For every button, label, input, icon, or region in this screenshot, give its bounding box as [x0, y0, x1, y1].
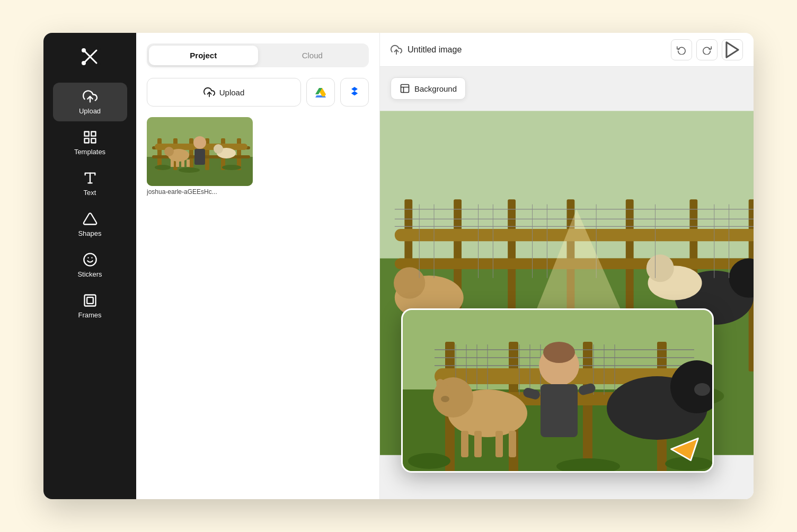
floating-card[interactable] [401, 308, 714, 473]
upload-icon [203, 86, 215, 98]
sidebar-item-templates-label: Templates [74, 148, 105, 156]
svg-rect-5 [91, 132, 95, 136]
canvas-header: Untitled image [380, 33, 754, 67]
app-logo [77, 43, 103, 70]
header-title-area: Untitled image [391, 44, 665, 56]
svg-rect-31 [176, 159, 179, 167]
google-drive-icon [314, 86, 327, 99]
svg-rect-69 [583, 342, 592, 473]
svg-rect-20 [189, 138, 193, 170]
svg-point-38 [179, 167, 200, 173]
svg-point-89 [408, 453, 450, 469]
undo-icon [677, 45, 686, 55]
redo-icon [702, 45, 712, 55]
sidebar: Upload Templates Text [43, 33, 136, 499]
media-item[interactable]: joshua-earle-aGEEsHc... [147, 117, 242, 196]
svg-point-2 [82, 61, 86, 65]
svg-rect-80 [509, 431, 516, 457]
svg-rect-32 [181, 159, 184, 167]
header-actions [671, 39, 743, 60]
tab-project[interactable]: Project [149, 46, 258, 65]
svg-rect-23 [237, 138, 241, 170]
header-upload-icon [391, 44, 402, 56]
svg-point-27 [193, 136, 206, 149]
svg-rect-30 [171, 159, 174, 167]
svg-rect-78 [474, 431, 482, 457]
svg-rect-6 [84, 138, 88, 143]
svg-rect-28 [194, 149, 205, 165]
undo-button[interactable] [671, 39, 692, 60]
svg-point-61 [394, 267, 425, 298]
svg-rect-13 [84, 295, 95, 306]
svg-point-36 [214, 144, 223, 154]
tab-cloud[interactable]: Cloud [258, 46, 367, 65]
upload-area: Upload [147, 78, 369, 107]
svg-point-37 [155, 165, 171, 170]
background-chip-label: Background [414, 84, 457, 93]
svg-rect-7 [91, 138, 95, 143]
sidebar-item-upload[interactable]: Upload [53, 83, 127, 121]
sidebar-item-templates[interactable]: Templates [53, 123, 127, 162]
sidebar-item-stickers[interactable]: Stickers [53, 246, 127, 285]
redo-button[interactable] [696, 39, 718, 60]
canvas-title: Untitled image [408, 45, 462, 55]
svg-rect-42 [401, 85, 409, 93]
upload-button[interactable]: Upload [147, 78, 301, 107]
main-area: Untitled image [380, 33, 754, 499]
svg-rect-14 [87, 297, 93, 304]
svg-point-59 [647, 254, 674, 282]
sidebar-item-stickers-label: Stickers [77, 270, 102, 278]
background-chip-icon [400, 83, 410, 94]
sidebar-item-text-label: Text [84, 189, 96, 197]
svg-point-1 [82, 48, 86, 52]
app-container: Upload Templates Text [43, 33, 754, 499]
sidebar-item-frames[interactable]: Frames [53, 287, 127, 325]
background-chip[interactable]: Background [391, 77, 466, 100]
sidebar-item-shapes-label: Shapes [78, 229, 101, 237]
sidebar-item-frames-label: Frames [78, 311, 101, 319]
svg-rect-79 [495, 431, 503, 457]
sidebar-item-upload-label: Upload [79, 107, 101, 115]
cursor-arrow-svg [669, 433, 701, 465]
dropbox-button[interactable] [340, 78, 369, 107]
google-drive-button[interactable] [306, 78, 335, 107]
tab-bar: Project Cloud [147, 43, 369, 67]
canvas-workspace[interactable]: Background [380, 67, 754, 499]
svg-marker-41 [727, 42, 738, 57]
left-panel: Project Cloud Upload [136, 33, 380, 499]
export-button[interactable] [722, 39, 743, 60]
cursor-arrow [669, 433, 701, 467]
svg-point-82 [543, 342, 575, 363]
sidebar-item-shapes[interactable]: Shapes [53, 205, 127, 244]
svg-rect-33 [187, 159, 190, 167]
media-thumbnail [147, 117, 253, 186]
media-filename: joshua-earle-aGEEsHc... [147, 188, 242, 196]
svg-rect-83 [541, 384, 578, 437]
farm-thumbnail-svg [147, 117, 253, 186]
export-icon [722, 40, 742, 60]
svg-point-88 [694, 383, 710, 396]
sidebar-item-text[interactable]: Text [53, 164, 127, 203]
svg-rect-4 [84, 132, 88, 136]
svg-marker-92 [671, 438, 698, 460]
media-grid: joshua-earle-aGEEsHc... [147, 117, 369, 196]
svg-point-10 [84, 253, 96, 265]
dropbox-icon [348, 86, 361, 99]
svg-rect-77 [461, 431, 468, 457]
upload-button-label: Upload [219, 88, 245, 97]
svg-point-39 [222, 165, 241, 170]
floating-card-image [403, 310, 714, 473]
svg-point-34 [164, 147, 174, 156]
svg-point-76 [441, 396, 449, 402]
